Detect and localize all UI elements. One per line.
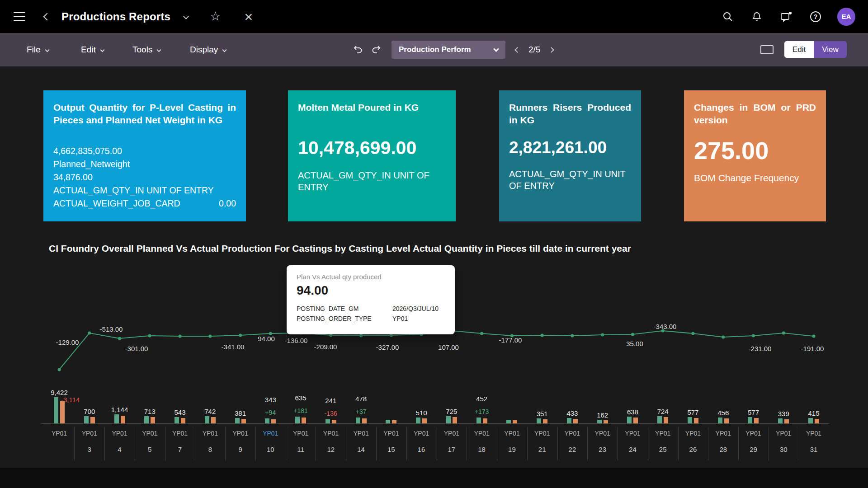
bar-actual[interactable] xyxy=(151,417,155,423)
bar-actual[interactable] xyxy=(392,420,396,423)
search-icon[interactable] xyxy=(722,11,733,22)
bar-planned[interactable] xyxy=(356,418,360,423)
line-point[interactable] xyxy=(118,337,121,340)
menu-tools-label: Tools xyxy=(132,45,152,55)
bar-planned[interactable] xyxy=(778,418,783,423)
edit-mode-button[interactable]: Edit xyxy=(784,41,814,58)
line-point[interactable] xyxy=(631,333,634,336)
menu-display[interactable]: Display xyxy=(190,33,226,66)
bar-actual[interactable] xyxy=(815,419,819,423)
bar-planned[interactable] xyxy=(175,417,179,423)
comments-icon[interactable] xyxy=(780,11,792,22)
redo-icon[interactable] xyxy=(371,44,382,57)
bar-planned[interactable] xyxy=(627,417,632,423)
bar-planned[interactable] xyxy=(265,418,269,423)
line-point[interactable] xyxy=(752,334,755,338)
line-point[interactable] xyxy=(782,332,785,335)
notifications-bell-icon[interactable] xyxy=(751,11,762,22)
line-point[interactable] xyxy=(541,334,544,337)
bar-actual[interactable] xyxy=(604,420,608,423)
line-point[interactable] xyxy=(88,332,91,335)
bar-actual[interactable] xyxy=(60,401,65,423)
bar-actual[interactable] xyxy=(633,418,638,423)
bar-actual[interactable] xyxy=(754,418,759,423)
line-point[interactable] xyxy=(148,334,151,338)
close-icon[interactable]: × xyxy=(244,9,253,24)
bar-planned[interactable] xyxy=(718,418,722,423)
line-point[interactable] xyxy=(239,334,242,337)
bar-actual[interactable] xyxy=(724,418,729,423)
bar-actual[interactable] xyxy=(181,418,185,423)
present-display-icon[interactable] xyxy=(760,45,774,54)
favorite-star-icon[interactable]: ☆ xyxy=(210,10,221,23)
bar-actual[interactable] xyxy=(664,417,668,423)
bar-planned[interactable] xyxy=(386,420,390,423)
menu-edit[interactable]: Edit xyxy=(81,33,104,66)
line-point[interactable] xyxy=(722,336,725,339)
bar-planned[interactable] xyxy=(657,416,662,423)
line-point[interactable] xyxy=(571,334,574,338)
bar-planned[interactable] xyxy=(326,419,330,423)
previous-page-icon[interactable] xyxy=(514,47,520,53)
line-point[interactable] xyxy=(58,368,61,371)
line-point[interactable] xyxy=(359,334,363,338)
bar-actual[interactable] xyxy=(211,417,216,423)
line-data-label: -177.00 xyxy=(492,336,528,344)
help-icon[interactable]: ? xyxy=(810,11,821,22)
bar-planned[interactable] xyxy=(416,418,420,423)
bar-planned[interactable] xyxy=(567,418,571,423)
line-point[interactable] xyxy=(812,335,816,338)
bar-actual[interactable] xyxy=(573,419,578,423)
bar-actual[interactable] xyxy=(362,418,367,423)
axis-order-type-label: YP01 xyxy=(376,430,406,437)
bar-planned[interactable] xyxy=(235,418,240,423)
bar-planned[interactable] xyxy=(537,418,541,423)
bar-actual[interactable] xyxy=(302,418,306,423)
tooltip-row-label: POSTING_ORDER_TYPE xyxy=(297,314,392,324)
bar-planned[interactable] xyxy=(446,416,451,423)
page-selector-label: Production Perform xyxy=(399,45,471,54)
bar-planned[interactable] xyxy=(84,416,89,423)
bar-actual[interactable] xyxy=(543,419,547,423)
bar-planned[interactable] xyxy=(597,420,602,423)
bar-actual[interactable] xyxy=(513,420,517,423)
bar-actual[interactable] xyxy=(271,419,276,423)
axis-day-label: 24 xyxy=(618,446,647,453)
line-point[interactable] xyxy=(601,333,604,337)
bar-planned[interactable] xyxy=(54,397,58,423)
line-data-label: -231.00 xyxy=(742,345,778,352)
page-selector-dropdown[interactable]: Production Perform xyxy=(392,41,505,59)
bar-actual[interactable] xyxy=(241,419,246,423)
bar-actual[interactable] xyxy=(90,417,95,423)
line-point[interactable] xyxy=(208,335,212,338)
bar-planned[interactable] xyxy=(748,417,752,423)
bar-planned[interactable] xyxy=(506,420,511,423)
avatar[interactable]: EA xyxy=(837,8,855,26)
hamburger-menu-icon[interactable] xyxy=(14,12,25,21)
bar-actual[interactable] xyxy=(453,417,457,423)
bar-actual[interactable] xyxy=(694,418,698,423)
bar-planned[interactable] xyxy=(144,416,149,423)
bar-planned[interactable] xyxy=(205,416,209,423)
back-icon[interactable] xyxy=(43,13,51,20)
view-mode-button[interactable]: View xyxy=(814,41,847,58)
bar-actual[interactable] xyxy=(332,420,336,423)
menu-file[interactable]: File xyxy=(27,33,49,66)
menu-tools[interactable]: Tools xyxy=(132,33,160,66)
bar-planned[interactable] xyxy=(295,417,300,423)
bar-planned[interactable] xyxy=(476,418,481,423)
bar-actual[interactable] xyxy=(422,418,427,423)
next-page-icon[interactable] xyxy=(549,47,555,53)
line-point[interactable] xyxy=(480,332,483,335)
axis-order-type-label: YP01 xyxy=(135,430,165,437)
bar-actual[interactable] xyxy=(784,419,789,423)
line-point[interactable] xyxy=(691,332,694,335)
bar-actual[interactable] xyxy=(121,416,125,423)
bar-actual[interactable] xyxy=(483,418,487,423)
undo-icon[interactable] xyxy=(352,44,363,57)
bar-planned[interactable] xyxy=(808,418,813,423)
title-dropdown-icon[interactable] xyxy=(183,14,189,19)
bar-planned[interactable] xyxy=(688,417,692,423)
bar-planned[interactable] xyxy=(114,414,119,423)
line-point[interactable] xyxy=(179,335,182,338)
